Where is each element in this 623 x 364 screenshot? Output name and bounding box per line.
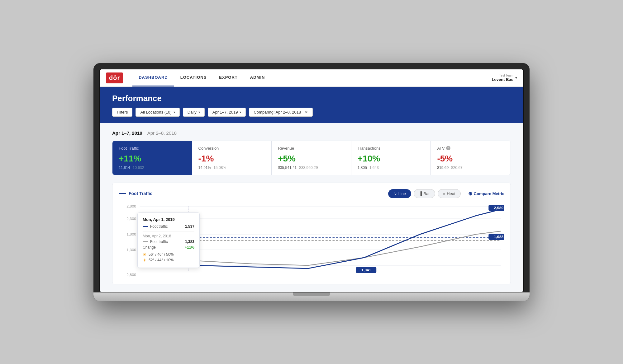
metric-conversion-header: Conversion — [198, 146, 265, 151]
chart-area: 2,800 2,300 1,800 1,300 2,800 — [119, 203, 504, 278]
nav-locations[interactable]: LOCATIONS — [174, 69, 213, 86]
comparing-close-icon[interactable]: ✕ — [305, 110, 308, 114]
metric-cards: Foot Traffic +11% 11,814 10,632 Conversi… — [112, 141, 511, 175]
tooltip-row-prev: Foot traffic 1,383 — [143, 240, 194, 244]
performance-header: Performance Filters All Locations (10) ▾… — [100, 87, 523, 123]
dashboard-content: Apr 1–7, 2019 Apr 2–8, 2018 Foot Traffic… — [100, 123, 523, 292]
main-content: Performance Filters All Locations (10) ▾… — [100, 87, 523, 292]
tooltip-weather: ☀ 56° / 46° / 50% ☀ 52° / 44° / 10% — [143, 252, 194, 263]
tooltip-date2: Mon, Apr 2, 2018 — [143, 234, 194, 238]
svg-text:2,800: 2,800 — [126, 204, 136, 208]
filters-button[interactable]: Filters — [112, 108, 132, 117]
user-menu[interactable]: Test Team Levent Bas ▾ — [492, 74, 517, 82]
tooltip-row-change: Change +11% — [143, 245, 194, 250]
laptop-notch — [293, 292, 330, 296]
revenue-prev: $33,960.29 — [299, 166, 318, 170]
metric-revenue-header: Revenue — [278, 146, 345, 151]
tooltip-value-prev: 1,383 — [185, 240, 194, 244]
metric-foot-traffic-header: Foot Traffic — [119, 146, 186, 151]
revenue-current: $35,541.41 — [278, 166, 297, 170]
chart-type-line-button[interactable]: ∿ Line — [388, 189, 411, 198]
chart-toolbar: Foot Traffic ∿ Line ▐ Bar — [119, 189, 504, 198]
tooltip-change-label: Change — [143, 245, 156, 250]
metric-atv-header: ATV ? — [437, 146, 504, 151]
metric-atv-pct: -5% — [437, 154, 504, 164]
laptop-frame: dôr DASHBOARD LOCATIONS EXPORT ADMIN Tes… — [93, 63, 530, 301]
period-chevron-icon: ▾ — [198, 110, 200, 114]
line-chart-icon: ∿ — [393, 191, 397, 196]
tooltip-label-current: Foot traffic — [143, 224, 168, 229]
heat-chart-icon: ≡ — [443, 191, 445, 196]
chart-title-line-icon — [119, 193, 126, 194]
user-team: Test Team — [492, 74, 513, 77]
navigation: dôr DASHBOARD LOCATIONS EXPORT ADMIN Tes… — [100, 69, 523, 87]
period-dropdown[interactable]: Daily ▾ — [183, 108, 205, 117]
tooltip-divider — [143, 231, 194, 231]
tooltip-value-current: 1,537 — [185, 224, 194, 229]
chart-type-bar-button[interactable]: ▐ Bar — [414, 189, 435, 198]
metric-revenue[interactable]: Revenue +5% $35,541.41 $33,960.29 — [272, 141, 351, 175]
svg-text:2,589: 2,589 — [494, 206, 504, 209]
user-info: Test Team Levent Bas — [492, 74, 513, 82]
date-range-dropdown[interactable]: Apr 1–7, 2019 ▾ — [208, 108, 246, 117]
svg-text:1,041: 1,041 — [361, 268, 371, 272]
svg-text:1,800: 1,800 — [126, 232, 136, 236]
conversion-prev: 15.08% — [213, 166, 226, 170]
nav-dashboard[interactable]: DASHBOARD — [132, 69, 174, 86]
nav-export[interactable]: EXPORT — [213, 69, 244, 86]
metric-foot-traffic-values: 11,814 10,632 — [119, 166, 186, 170]
metric-foot-traffic[interactable]: Foot Traffic +11% 11,814 10,632 — [112, 141, 192, 175]
chart-type-buttons: ∿ Line ▐ Bar ≡ Heat — [388, 189, 461, 198]
comparing-filter[interactable]: Comparing: Apr 2–8, 2018 ✕ — [249, 108, 313, 117]
date-secondary: Apr 2–8, 2018 — [147, 130, 177, 136]
metric-revenue-pct: +5% — [278, 154, 345, 164]
compare-metric-button[interactable]: ⊕ Compare Metric — [468, 191, 504, 197]
metric-conversion[interactable]: Conversion -1% 14.91% 15.08% — [192, 141, 272, 175]
metric-foot-traffic-pct: +11% — [119, 154, 186, 164]
svg-text:2,300: 2,300 — [126, 217, 136, 220]
metric-conversion-values: 14.91% 15.08% — [198, 166, 265, 170]
tooltip-change-value: +11% — [185, 245, 194, 250]
tooltip-line-gray-icon — [143, 241, 148, 242]
user-chevron-icon: ▾ — [515, 76, 517, 80]
tooltip-label-prev: Foot traffic — [143, 240, 168, 244]
laptop-base — [93, 292, 530, 301]
transactions-current: 1,805 — [358, 166, 367, 170]
metric-atv-values: $19.69 $20.67 — [437, 166, 504, 170]
metric-transactions[interactable]: Transactions +10% 1,805 1,643 — [351, 141, 431, 175]
chart-section: Foot Traffic ∿ Line ▐ Bar — [112, 183, 511, 284]
atv-current: $19.69 — [437, 166, 449, 170]
date-range-chevron-icon: ▾ — [240, 110, 241, 114]
atv-prev: $20.67 — [451, 166, 463, 170]
metric-transactions-pct: +10% — [358, 154, 425, 164]
foot-traffic-current: 11,814 — [119, 166, 130, 170]
chart-tooltip: Mon, Apr 1, 2019 Foot traffic 1,537 Mon,… — [137, 212, 200, 268]
svg-text:1,688: 1,688 — [494, 235, 504, 238]
compare-plus-icon: ⊕ — [468, 191, 472, 197]
tooltip-date1: Mon, Apr 1, 2019 — [143, 217, 194, 222]
metric-revenue-values: $35,541.41 $33,960.29 — [278, 166, 345, 170]
tooltip-weather-row2: ☀ 52° / 44° / 10% — [143, 258, 194, 263]
transactions-prev: 1,643 — [369, 166, 379, 170]
user-name: Levent Bas — [492, 77, 513, 82]
locations-chevron-icon: ▾ — [174, 110, 175, 114]
laptop-screen: dôr DASHBOARD LOCATIONS EXPORT ADMIN Tes… — [99, 69, 524, 292]
weather-text-2: 52° / 44° / 10% — [149, 258, 174, 262]
sun-icon-2: ☀ — [143, 258, 147, 263]
weather-text-1: 56° / 46° / 50% — [149, 252, 174, 257]
chart-title: Foot Traffic — [119, 191, 152, 196]
nav-admin[interactable]: ADMIN — [244, 69, 271, 86]
chart-type-heat-button[interactable]: ≡ Heat — [438, 189, 461, 198]
metric-transactions-values: 1,805 1,643 — [358, 166, 425, 170]
atv-info-icon: ? — [446, 146, 450, 150]
metric-atv[interactable]: ATV ? -5% $19.69 $20.67 — [431, 141, 511, 175]
metric-conversion-pct: -1% — [198, 154, 265, 164]
tooltip-row-current: Foot traffic 1,537 — [143, 224, 194, 229]
filters-bar: Filters All Locations (10) ▾ Daily ▾ Apr… — [112, 108, 511, 117]
nav-links: DASHBOARD LOCATIONS EXPORT ADMIN — [132, 69, 492, 86]
tooltip-weather-row1: ☀ 56° / 46° / 50% — [143, 252, 194, 257]
logo: dôr — [106, 72, 123, 83]
sun-icon-1: ☀ — [143, 252, 147, 257]
locations-dropdown[interactable]: All Locations (10) ▾ — [136, 108, 179, 117]
svg-text:2,800: 2,800 — [126, 273, 136, 276]
